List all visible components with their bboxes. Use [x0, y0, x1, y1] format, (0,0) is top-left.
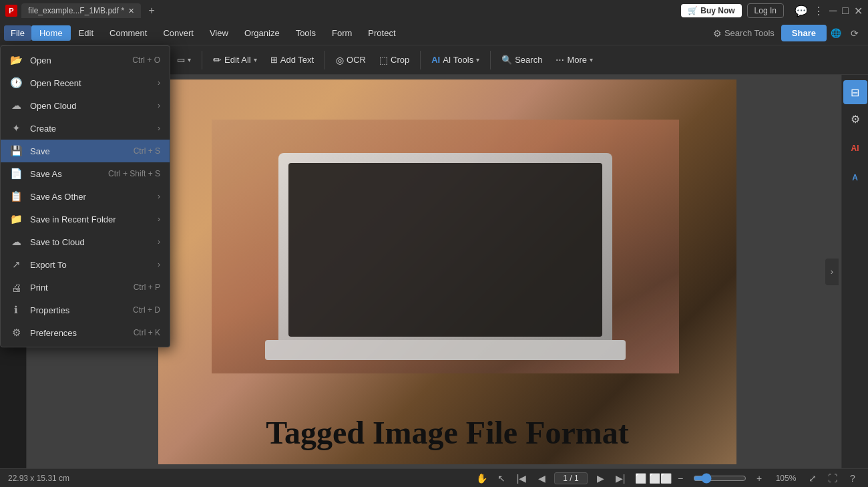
- more-dropdown-icon: ▾: [590, 56, 593, 63]
- fullscreen-icon[interactable]: ⛶: [825, 471, 840, 486]
- menu-item-open[interactable]: 📂 Open Ctrl + O: [1, 49, 170, 71]
- close-tab-icon[interactable]: ✕: [128, 7, 134, 15]
- preferences-icon: ⚙: [10, 327, 22, 339]
- add-text-label: Add Text: [280, 55, 314, 65]
- menu-item-export-to[interactable]: ↗ Export To ›: [1, 253, 170, 276]
- ocr-button[interactable]: ◎ OCR: [331, 51, 371, 69]
- save-recent-icon: 📁: [10, 213, 22, 225]
- maximize-icon[interactable]: □: [842, 5, 849, 17]
- log-in-button[interactable]: Log In: [747, 3, 784, 18]
- file-menu-dropdown: 📂 Open Ctrl + O 🕐 Open Recent › ☁ Open C…: [0, 45, 170, 347]
- window-close-icon[interactable]: ✕: [854, 5, 863, 17]
- save-as-other-icon: 📋: [10, 190, 22, 202]
- two-page-icon[interactable]: ⬜⬜: [653, 471, 668, 486]
- save-as-icon: 📄: [10, 168, 22, 180]
- panel-icon-settings[interactable]: ⚙: [843, 107, 867, 131]
- laptop-svg: [212, 120, 679, 373]
- menu-tools[interactable]: Tools: [288, 25, 324, 41]
- statusbar: 22.93 x 15.31 cm ✋ ↖ |◀ ◀ ▶ ▶| ⬜ ⬜⬜ − + …: [0, 468, 868, 487]
- more-options-icon[interactable]: ⋮: [813, 5, 824, 17]
- panel-icon-layout[interactable]: ⊟: [843, 80, 867, 104]
- zoom-in-icon[interactable]: +: [752, 471, 767, 486]
- separator-3: [324, 51, 325, 69]
- menu-home[interactable]: Home: [31, 25, 71, 41]
- panel-icon-ai-red[interactable]: AI: [843, 136, 867, 160]
- right-sidebar: ⊟ ⚙ AI A: [841, 75, 868, 468]
- tab-title: file_example...F_1MB.pdf *: [28, 6, 124, 15]
- menubar: File Home Edit Comment Convert View Orga…: [0, 21, 868, 45]
- menu-convert[interactable]: Convert: [155, 25, 202, 41]
- search-tools-button[interactable]: ⚙ Search Tools: [706, 25, 781, 41]
- main-area: ⊹ ? 📂 Open Ctrl + O 🕐 Open Recent › ☁ Op…: [0, 75, 868, 468]
- panel-icon-ai2[interactable]: A: [843, 166, 867, 190]
- next-page-icon[interactable]: ▶: [593, 471, 608, 486]
- pdf-text-label: Tagged Image File Format: [266, 414, 628, 451]
- crop-icon: ⬚: [379, 55, 388, 65]
- menu-item-save-recent-folder[interactable]: 📁 Save in Recent Folder ›: [1, 208, 170, 230]
- zoom-slider[interactable]: [693, 473, 746, 484]
- menu-comment[interactable]: Comment: [101, 25, 155, 41]
- add-text-button[interactable]: ⊞ Add Text: [265, 51, 319, 68]
- menu-item-save-as[interactable]: 📄 Save As Ctrl + Shift + S: [1, 162, 170, 185]
- page-input[interactable]: [554, 472, 588, 484]
- crop-button[interactable]: ⬚ Crop: [374, 51, 415, 69]
- menu-form[interactable]: Form: [324, 25, 360, 41]
- create-icon: ✦: [10, 122, 22, 134]
- more-button[interactable]: ⋯ More ▾: [550, 51, 598, 68]
- edit-all-button[interactable]: ✏ Edit All ▾: [208, 51, 262, 69]
- titlebar-actions: 💬 ⋮ ─ □ ✕: [795, 5, 863, 17]
- menu-item-create[interactable]: ✦ Create ›: [1, 117, 170, 140]
- page-navigation: [554, 472, 588, 484]
- menu-item-save-to-cloud[interactable]: ☁ Save to Cloud ›: [1, 230, 170, 253]
- last-page-icon[interactable]: ▶|: [613, 471, 628, 486]
- menu-item-open-cloud[interactable]: ☁ Open Cloud ›: [1, 94, 170, 117]
- menu-view[interactable]: View: [202, 25, 236, 41]
- menu-item-preferences[interactable]: ⚙ Preferences Ctrl + K: [1, 321, 170, 344]
- menu-organize[interactable]: Organize: [236, 25, 288, 41]
- search-button[interactable]: 🔍 Search: [496, 51, 548, 68]
- single-page-icon[interactable]: ⬜: [633, 471, 648, 486]
- language-icon[interactable]: 🌐: [827, 24, 845, 43]
- hand-tool-icon[interactable]: ✋: [474, 471, 489, 486]
- dimensions-label: 22.93 x 15.31 cm: [8, 474, 69, 483]
- fit-page-icon[interactable]: ⤢: [805, 471, 820, 486]
- prev-page-icon[interactable]: ◀: [534, 471, 549, 486]
- search-label: Search: [515, 55, 542, 65]
- save-cloud-icon: ☁: [10, 236, 22, 248]
- add-text-icon: ⊞: [270, 55, 278, 65]
- menu-item-save[interactable]: 💾 Save Ctrl + S: [1, 140, 170, 162]
- crop-label: Crop: [391, 55, 409, 65]
- menu-item-save-as-other[interactable]: 📋 Save As Other ›: [1, 185, 170, 208]
- search-tools-icon: ⚙: [713, 28, 722, 39]
- menu-protect[interactable]: Protect: [360, 25, 403, 41]
- minimize-icon[interactable]: ─: [829, 5, 837, 17]
- help-status-icon[interactable]: ?: [845, 471, 860, 486]
- menu-item-properties[interactable]: ℹ Properties Ctrl + D: [1, 299, 170, 321]
- chat-icon[interactable]: 💬: [795, 5, 808, 17]
- first-page-icon[interactable]: |◀: [514, 471, 529, 486]
- page-nav-right[interactable]: ›: [825, 259, 839, 285]
- properties-icon: ℹ: [10, 304, 22, 316]
- active-tab[interactable]: file_example...F_1MB.pdf * ✕: [21, 3, 141, 18]
- zoom-out-icon[interactable]: −: [673, 471, 688, 486]
- ocr-icon: ◎: [336, 55, 344, 65]
- new-tab-button[interactable]: +: [144, 3, 160, 19]
- separator-5: [490, 51, 491, 69]
- shape-dropdown-icon: ▾: [188, 56, 191, 63]
- ai-tools-button[interactable]: AI AI Tools ▾: [426, 51, 485, 68]
- menu-item-open-recent[interactable]: 🕐 Open Recent ›: [1, 71, 170, 94]
- separator-4: [420, 51, 421, 69]
- buy-now-button[interactable]: 🛒 Buy Now: [681, 4, 741, 17]
- menu-file[interactable]: File: [4, 25, 31, 41]
- edit-all-label: Edit All: [224, 55, 251, 65]
- edit-dropdown-icon: ▾: [254, 56, 257, 63]
- menu-edit[interactable]: Edit: [71, 25, 101, 41]
- cursor-tool-icon[interactable]: ↖: [494, 471, 509, 486]
- separator-2: [202, 51, 202, 69]
- export-icon: ↗: [10, 259, 22, 271]
- open-icon: 📂: [10, 54, 22, 66]
- share-button[interactable]: Share: [781, 25, 827, 41]
- menu-item-print[interactable]: 🖨 Print Ctrl + P: [1, 276, 170, 299]
- shape-button[interactable]: ▭ ▾: [172, 51, 196, 68]
- sync-icon[interactable]: ⟳: [845, 24, 864, 43]
